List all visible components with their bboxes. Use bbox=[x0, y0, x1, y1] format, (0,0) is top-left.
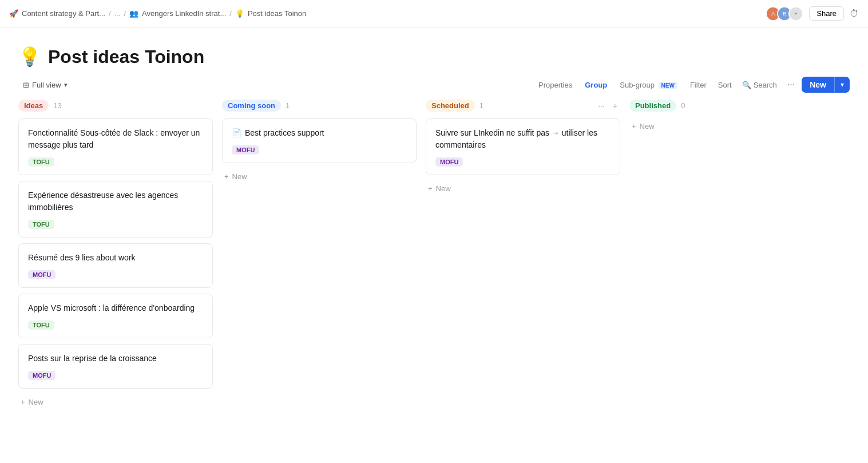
column-count-coming-soon: 1 bbox=[286, 101, 290, 110]
search-icon: 🔍 bbox=[742, 81, 751, 89]
column-scheduled: Scheduled1···+Suivre sur LInkedin ne suf… bbox=[426, 100, 620, 196]
page-title-text: Post ideas Toinon bbox=[48, 46, 204, 68]
card-title: Résumé des 9 lies about work bbox=[28, 252, 203, 264]
column-header-scheduled: Scheduled1···+ bbox=[426, 100, 620, 112]
breadcrumb-ellipsis[interactable]: ... bbox=[114, 9, 121, 18]
column-label-coming-soon: Coming soon bbox=[222, 100, 281, 112]
column-dots-button-scheduled[interactable]: ··· bbox=[595, 100, 608, 112]
column-coming-soon: Coming soon1📄Best practices supportMOFU+… bbox=[222, 100, 417, 184]
plus-icon: + bbox=[21, 398, 25, 406]
column-label-ideas: Ideas bbox=[18, 100, 49, 112]
column-label-published: Published bbox=[629, 100, 676, 112]
column-count-scheduled: 1 bbox=[479, 101, 483, 110]
new-button-group: New ▾ bbox=[802, 77, 850, 93]
card[interactable]: Suivre sur LInkedin ne suffit pas → util… bbox=[426, 118, 620, 175]
card-title: Expérience désastreuse avec les agences … bbox=[28, 189, 203, 213]
breadcrumb-sep-2: / bbox=[229, 9, 232, 18]
sort-button[interactable]: Sort bbox=[715, 78, 735, 92]
caret-down-icon: ▾ bbox=[841, 81, 844, 89]
column-count-ideas: 13 bbox=[53, 101, 61, 110]
card[interactable]: Apple VS microsoft : la différence d'onb… bbox=[18, 294, 213, 338]
card-title: Fonctionnalité Sous-côtée de Slack : env… bbox=[28, 127, 203, 151]
view-icon: ⊞ bbox=[23, 81, 29, 89]
toolbar-right: Properties Group Sub-group NEW Filter So… bbox=[534, 77, 850, 93]
add-new-label: New bbox=[232, 172, 247, 181]
breadcrumb-sep-0: / bbox=[109, 9, 111, 18]
view-selector-button[interactable]: ⊞ Full view ▾ bbox=[18, 78, 72, 92]
add-new-label: New bbox=[29, 398, 43, 406]
column-label-scheduled: Scheduled bbox=[426, 100, 475, 112]
subgroup-label: Sub-group bbox=[620, 81, 655, 89]
card[interactable]: Résumé des 9 lies about workMOFU bbox=[18, 243, 213, 288]
column-header-published: Published0 bbox=[629, 100, 824, 112]
toolbar: ⊞ Full view ▾ Properties Group Sub-group… bbox=[0, 77, 868, 100]
card-title: Suivre sur LInkedin ne suffit pas → util… bbox=[435, 127, 611, 151]
search-button[interactable]: 🔍 Search bbox=[739, 78, 780, 92]
toolbar-left: ⊞ Full view ▾ bbox=[18, 78, 72, 92]
properties-button[interactable]: Properties bbox=[534, 78, 577, 92]
avatar-group: A B + bbox=[766, 6, 803, 21]
card-title: 📄Best practices support bbox=[232, 127, 407, 139]
breadcrumb: 🚀 Content strategy & Part... / ... / 👥 A… bbox=[9, 9, 306, 18]
subgroup-new-badge: NEW bbox=[659, 82, 677, 89]
add-new-label: New bbox=[436, 184, 451, 193]
plus-icon: + bbox=[632, 122, 636, 130]
add-new-label: New bbox=[640, 122, 655, 130]
share-button[interactable]: Share bbox=[809, 6, 844, 21]
tag-mofu: MOFU bbox=[232, 145, 259, 155]
doc-icon: 📄 bbox=[232, 128, 241, 137]
card-title: Posts sur la reprise de la croissance bbox=[28, 353, 203, 365]
tag-mofu: MOFU bbox=[28, 371, 56, 380]
plus-icon: + bbox=[224, 172, 229, 181]
add-new-button-scheduled[interactable]: +New bbox=[426, 181, 620, 196]
breadcrumb-icon-3: 💡 bbox=[235, 9, 244, 18]
column-header-coming-soon: Coming soon1 bbox=[222, 100, 417, 112]
filter-button[interactable]: Filter bbox=[685, 78, 711, 92]
page-icon: 💡 bbox=[18, 46, 41, 68]
tag-mofu: MOFU bbox=[28, 270, 56, 279]
card[interactable]: Expérience désastreuse avec les agences … bbox=[18, 181, 213, 238]
more-options-button[interactable]: ··· bbox=[784, 78, 798, 91]
view-chevron-icon: ▾ bbox=[64, 81, 68, 89]
breadcrumb-item-0[interactable]: Content strategy & Part... bbox=[22, 9, 105, 18]
search-label: Search bbox=[754, 81, 777, 89]
topbar-right: A B + Share ⏱ bbox=[766, 6, 859, 21]
breadcrumb-sep-1: / bbox=[124, 9, 126, 18]
column-published: Published0+New bbox=[629, 100, 824, 134]
column-ideas: Ideas13Fonctionnalité Sous-côtée de Slac… bbox=[18, 100, 213, 410]
topbar: 🚀 Content strategy & Part... / ... / 👥 A… bbox=[0, 0, 868, 27]
column-count-published: 0 bbox=[681, 101, 685, 110]
svg-text:A: A bbox=[771, 11, 775, 17]
board: Ideas13Fonctionnalité Sous-côtée de Slac… bbox=[0, 100, 868, 428]
column-header-ideas: Ideas13 bbox=[18, 100, 213, 112]
add-new-button-ideas[interactable]: +New bbox=[18, 394, 213, 410]
page-header: 💡 Post ideas Toinon bbox=[0, 27, 868, 77]
tag-tofu: TOFU bbox=[28, 320, 54, 330]
card[interactable]: 📄Best practices supportMOFU bbox=[222, 118, 417, 163]
breadcrumb-item-2[interactable]: Avengers LinkedIn strat... bbox=[142, 9, 226, 18]
subgroup-button[interactable]: Sub-group NEW bbox=[615, 78, 682, 92]
tag-mofu: MOFU bbox=[435, 157, 463, 167]
group-button[interactable]: Group bbox=[580, 78, 612, 92]
add-new-button-published[interactable]: +New bbox=[629, 118, 824, 134]
avatar-3: + bbox=[788, 6, 803, 21]
breadcrumb-icon-0: 🚀 bbox=[9, 9, 18, 18]
card[interactable]: Fonctionnalité Sous-côtée de Slack : env… bbox=[18, 118, 213, 175]
new-main-button[interactable]: New bbox=[802, 77, 834, 93]
card-title: Apple VS microsoft : la différence d'onb… bbox=[28, 302, 203, 314]
clock-icon[interactable]: ⏱ bbox=[850, 9, 859, 19]
svg-text:+: + bbox=[795, 11, 798, 17]
breadcrumb-icon-2: 👥 bbox=[129, 9, 138, 18]
breadcrumb-item-3[interactable]: Post ideas Toinon bbox=[248, 9, 306, 18]
tag-tofu: TOFU bbox=[28, 157, 54, 167]
tag-tofu: TOFU bbox=[28, 220, 54, 229]
page-title: 💡 Post ideas Toinon bbox=[18, 46, 850, 68]
plus-icon: + bbox=[428, 184, 433, 193]
view-label: Full view bbox=[32, 81, 61, 89]
svg-text:B: B bbox=[783, 11, 786, 17]
card[interactable]: Posts sur la reprise de la croissanceMOF… bbox=[18, 344, 213, 389]
column-actions-scheduled: ···+ bbox=[595, 100, 620, 112]
add-new-button-coming-soon[interactable]: +New bbox=[222, 169, 417, 184]
column-add-button-scheduled[interactable]: + bbox=[610, 100, 620, 112]
new-caret-button[interactable]: ▾ bbox=[834, 77, 850, 92]
